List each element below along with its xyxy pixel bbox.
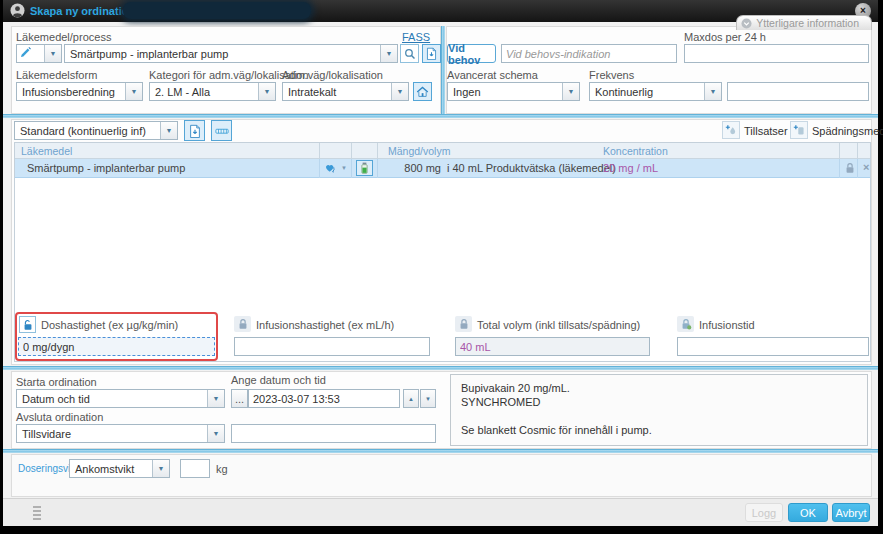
schema-button[interactable] <box>211 120 232 141</box>
spadningsmedel-label[interactable]: Spädningsmedel <box>812 125 883 137</box>
fass-link[interactable]: FASS <box>402 31 430 43</box>
tillsatser-label[interactable]: Tillsatser <box>744 125 788 137</box>
lakemedelsform-label: Läkemedelsform <box>16 69 97 81</box>
vial-icon <box>359 162 370 174</box>
row-lock-icon[interactable] <box>844 162 856 174</box>
separator <box>3 366 878 370</box>
weight-input[interactable] <box>180 459 210 478</box>
substitution-icon[interactable] <box>324 162 337 175</box>
infusionshastighet-input[interactable] <box>234 337 430 356</box>
prescription-type-dropdown[interactable]: ▼ <box>16 44 62 63</box>
row-amount: 800 mg <box>381 162 441 174</box>
house-icon <box>416 85 429 98</box>
infusionstid-input[interactable] <box>677 337 869 356</box>
avancerat-dropdown[interactable]: Ingen ▼ <box>447 82 580 101</box>
ellipsis-icon: ... <box>235 393 244 405</box>
chevron-down-icon <box>741 18 752 29</box>
starta-value: Datum och tid <box>17 393 207 405</box>
avbryt-button[interactable]: Avbryt <box>832 503 870 522</box>
chevron-down-icon: ▼ <box>258 83 275 100</box>
pump-note: Bupivakain 20 mg/mL. SYNCHROMED Se blank… <box>450 374 868 446</box>
resize-grip[interactable] <box>33 506 41 520</box>
doseringsvikt-dropdown[interactable]: Ankomstvikt ▼ <box>69 459 170 478</box>
template-dropdown[interactable]: Standard (kontinuerlig inf) ▼ <box>14 121 178 140</box>
table-row[interactable]: Smärtpump - implanterbar pump ▼ 800 mg <box>15 159 870 178</box>
kategori-value: 2. LM - Alla <box>150 86 258 98</box>
template-value: Standard (kontinuerlig inf) <box>15 125 160 137</box>
avbryt-label: Avbryt <box>836 507 867 519</box>
date-picker-button[interactable]: ... <box>231 389 248 408</box>
spinner-down-button[interactable]: ▼ <box>420 389 436 408</box>
row-description: i 40 mL Produktvätska (läkemedel) <box>447 162 616 174</box>
datetime-input[interactable] <box>248 389 400 408</box>
spadningsmedel-button[interactable] <box>790 121 808 139</box>
vid-behov-button[interactable]: Vid behov <box>447 44 496 63</box>
home-button[interactable] <box>413 82 432 101</box>
lakemedelsform-value: Infusionsberedning <box>17 86 125 98</box>
product-vial-button[interactable] <box>356 160 373 176</box>
ruler-icon <box>215 124 229 138</box>
logg-button[interactable]: Logg <box>745 503 783 522</box>
infusionshastighet-label: Infusionshastighet (ex mL/h) <box>256 319 394 331</box>
total-volym-lock-button[interactable] <box>455 316 472 332</box>
ok-label: OK <box>800 507 816 519</box>
maxdos-input[interactable] <box>684 44 869 63</box>
avsluta-dropdown[interactable]: Tillsvidare ▼ <box>16 424 225 443</box>
total-volym-input[interactable] <box>455 337 650 356</box>
chevron-down-icon: ▼ <box>207 425 224 442</box>
lakemedel-process-label: Läkemedel/process <box>16 31 111 43</box>
infusionstid-lock-button[interactable] <box>677 316 694 332</box>
kg-label: kg <box>216 463 228 475</box>
maxdos-label: Maxdos per 24 h <box>684 31 766 43</box>
diluent-plus-icon <box>793 124 806 137</box>
vid-behov-label: Vid behov <box>448 42 495 66</box>
search-button[interactable] <box>400 44 419 63</box>
chevron-down-icon: ▼ <box>44 45 61 62</box>
admvag-dropdown[interactable]: Intratekalt ▼ <box>282 82 409 101</box>
admvag-label: Adm.väg/lokalisation <box>282 69 383 81</box>
admvag-value: Intratekalt <box>283 86 391 98</box>
chevron-down-icon: ▼ <box>391 83 408 100</box>
screen: Skapa ny ordination för: × Ytterligare i… <box>0 0 883 534</box>
medication-combobox[interactable]: Smärtpump - implanterbar pump ▼ <box>64 44 398 63</box>
col-mangd: Mängd/volym <box>388 145 450 157</box>
patient-avatar-icon <box>10 3 25 18</box>
chevron-down-icon: ▼ <box>380 45 397 62</box>
chevron-down-icon[interactable]: ▼ <box>341 165 347 171</box>
row-medication-name: Smärtpump - implanterbar pump <box>27 162 185 174</box>
frekvens-dropdown[interactable]: Kontinuerlig ▼ <box>589 82 722 101</box>
tab-label: Ytterligare information <box>756 17 859 29</box>
row-remove-icon[interactable]: × <box>863 161 869 173</box>
infusionshastighet-lock-button[interactable] <box>234 316 251 332</box>
avancerat-value: Ingen <box>448 86 562 98</box>
ok-button[interactable]: OK <box>788 503 828 522</box>
table-header: Läkemedel Mängd/volym Koncentration <box>15 143 870 159</box>
separator <box>3 449 878 453</box>
document-arrow-icon <box>425 47 438 60</box>
search-icon <box>404 48 416 60</box>
avsluta-value: Tillsvidare <box>17 428 207 440</box>
frekvens-label: Frekvens <box>589 69 634 81</box>
starta-dropdown[interactable]: Datum och tid ▼ <box>16 389 225 408</box>
chevron-down-icon: ▼ <box>160 122 177 139</box>
kategori-dropdown[interactable]: 2. LM - Alla ▼ <box>149 82 276 101</box>
avsluta-extra-input[interactable] <box>231 424 436 443</box>
col-koncentration: Koncentration <box>603 145 668 157</box>
tab-ytterligare-information[interactable]: Ytterligare information <box>736 15 872 30</box>
col-lakemedel: Läkemedel <box>21 145 72 157</box>
spinner-up-button[interactable]: ▲ <box>403 389 419 408</box>
lock-closed-icon <box>237 318 249 330</box>
template-document-button[interactable] <box>422 44 441 63</box>
lock-closed-icon <box>458 318 470 330</box>
chevron-down-icon: ▼ <box>562 83 579 100</box>
doshastighet-warning-outline <box>15 312 218 361</box>
separator <box>3 114 878 118</box>
row-concentration: 20 mg / mL <box>603 162 658 174</box>
lakemedelsform-dropdown[interactable]: Infusionsberedning ▼ <box>16 82 143 101</box>
frekvens-extra-input[interactable] <box>727 82 869 101</box>
vid-behov-indication-input[interactable] <box>501 44 677 63</box>
copy-template-button[interactable] <box>184 120 205 141</box>
infusionstid-label: Infusionstid <box>699 319 755 331</box>
tillsatser-button[interactable] <box>722 121 740 139</box>
chevron-down-icon: ▼ <box>207 390 224 407</box>
